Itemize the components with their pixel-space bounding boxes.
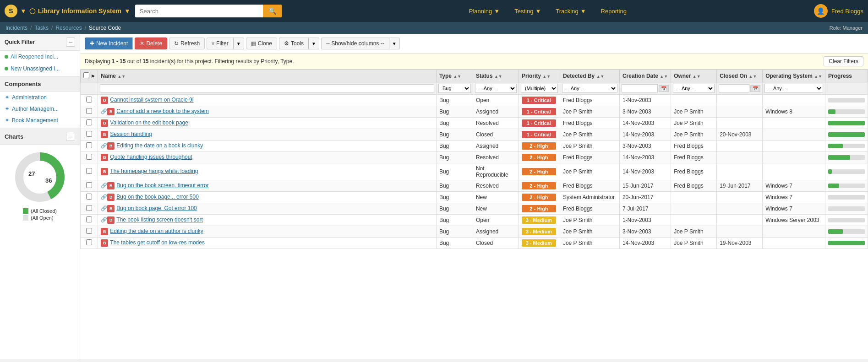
breadcrumb-tasks[interactable]: Tasks [34, 25, 49, 31]
row-checkbox-col[interactable] [81, 180, 98, 192]
sidebar-component-administration[interactable]: ✦ Administration [0, 92, 80, 103]
th-status[interactable]: Status ▲▼ [473, 70, 519, 82]
breadcrumb-resources[interactable]: Resources [55, 25, 82, 31]
status-sort-icon[interactable]: ▲▼ [494, 74, 502, 79]
incident-name-link[interactable]: The homepage hangs whilst loading [110, 168, 198, 174]
filter-type-select[interactable]: Bug -- Any -- [438, 84, 471, 93]
sidebar-component-book[interactable]: ✦ Book Management [0, 114, 80, 126]
row-checkbox-col[interactable] [81, 226, 98, 238]
creation-sort-icon[interactable]: ▲▼ [660, 74, 668, 79]
incident-name-link[interactable]: Editing the date on a book is clunky [116, 142, 203, 149]
show-hide-columns-button[interactable]: -- Show/hide columns -- [321, 38, 389, 49]
row-checkbox-col[interactable] [81, 163, 98, 180]
filter-button[interactable]: ▿ Filter [207, 38, 234, 49]
th-closed[interactable]: Closed On ▲▼ [717, 70, 763, 82]
sidebar-item-reopened[interactable]: All Reopened Inci... [0, 51, 80, 63]
row-checkbox[interactable] [86, 168, 92, 174]
columns-arrow-button[interactable]: ▼ [389, 38, 400, 49]
row-checkbox-col[interactable] [81, 140, 98, 152]
row-checkbox[interactable] [86, 194, 92, 200]
clear-filters-button[interactable]: Clear Filters [824, 56, 863, 66]
row-checkbox[interactable] [86, 228, 92, 234]
incident-name-link[interactable]: Session handling [110, 131, 152, 137]
filter-detected-select[interactable]: -- Any -- [562, 84, 617, 93]
row-checkbox[interactable] [86, 108, 92, 114]
nav-tracking[interactable]: Tracking ▼ [549, 5, 592, 17]
incident-name-link[interactable]: Bug on book page. Got error 100 [116, 205, 197, 211]
filter-name-input[interactable] [100, 84, 434, 92]
incident-name-link[interactable]: The tables get cutoff on low-res modes [110, 239, 205, 246]
row-checkbox[interactable] [86, 239, 92, 245]
nav-testing[interactable]: Testing ▼ [508, 5, 547, 17]
th-os[interactable]: Operating System ▲▼ [763, 70, 825, 82]
row-checkbox-col[interactable] [81, 203, 98, 215]
new-incident-button[interactable]: ✚ New Incident [85, 38, 133, 49]
breadcrumb-incidents[interactable]: Incidents [5, 25, 27, 31]
filter-closed-calendar-button[interactable]: 📅 [750, 85, 760, 92]
incident-name-link[interactable]: Editing the date on an author is clunky [110, 228, 203, 234]
priority-sort-icon[interactable]: ▲▼ [542, 74, 551, 79]
app-title-arrow[interactable]: ▼ [124, 7, 131, 15]
logo-area[interactable]: S ▼ ◯ Library Information System ▼ [5, 5, 131, 17]
select-all-checkbox[interactable] [83, 72, 89, 78]
filter-status-col[interactable]: -- Any -- [473, 82, 519, 95]
incident-name-link[interactable]: Cannot add a new book to the system [116, 108, 208, 114]
th-owner[interactable]: Owner ▲▼ [671, 70, 717, 82]
filter-creation-input[interactable] [622, 84, 658, 92]
th-name[interactable]: Name ▲▼ [98, 70, 437, 82]
search-button[interactable]: 🔍 [263, 5, 282, 17]
row-checkbox[interactable] [86, 216, 92, 222]
row-checkbox[interactable] [86, 131, 92, 137]
type-sort-icon[interactable]: ▲▼ [453, 74, 461, 79]
search-input[interactable] [135, 5, 263, 17]
row-checkbox[interactable] [86, 142, 92, 148]
incident-name-link[interactable]: Cannot install system on Oracle 9i [110, 97, 193, 103]
filter-creation-col[interactable]: 📅 [619, 82, 671, 95]
filter-os-select[interactable]: -- Any -- [764, 84, 823, 93]
incident-name-link[interactable]: Quote handling issues throughout [110, 154, 192, 160]
th-type[interactable]: Type ▲▼ [436, 70, 473, 82]
row-checkbox[interactable] [86, 119, 92, 125]
row-checkbox-col[interactable] [81, 129, 98, 140]
row-checkbox[interactable] [86, 182, 92, 188]
name-sort-icon[interactable]: ▲▼ [117, 74, 126, 79]
closed-sort-icon[interactable]: ▲▼ [748, 74, 757, 79]
filter-type-col[interactable]: Bug -- Any -- [436, 82, 473, 95]
incident-name-link[interactable]: Bug on the book screen, timeout error [116, 182, 208, 189]
th-select-all[interactable]: ⚑ [81, 70, 98, 82]
filter-priority-col[interactable]: (Multiple) -- Any -- [519, 82, 560, 95]
incident-name-link[interactable]: Bug on the book page... error 500 [116, 194, 198, 200]
delete-button[interactable]: ✕ Delete [135, 38, 167, 49]
sidebar-item-unassigned[interactable]: New Unassigned I... [0, 63, 80, 75]
filter-status-select[interactable]: -- Any -- [475, 84, 517, 93]
filter-closed-col[interactable]: 📅 [717, 82, 763, 95]
quick-filter-toggle[interactable]: – [66, 38, 75, 47]
row-checkbox[interactable] [86, 154, 92, 160]
app-logo-arrow[interactable]: ▼ [20, 7, 27, 15]
sidebar-component-author[interactable]: ✦ Author Managem... [0, 103, 80, 114]
filter-arrow-button[interactable]: ▼ [234, 38, 244, 49]
charts-toggle[interactable]: – [66, 132, 75, 141]
row-checkbox[interactable] [86, 205, 92, 211]
incident-name-link[interactable]: Validation on the edit book page [110, 119, 188, 126]
filter-owner-select[interactable]: -- Any -- [673, 84, 715, 93]
refresh-button[interactable]: ↻ Refresh [169, 38, 205, 49]
incident-name-link[interactable]: The book listing screen doesn't sort [116, 216, 202, 223]
owner-sort-icon[interactable]: ▲▼ [693, 74, 701, 79]
row-checkbox-col[interactable] [81, 95, 98, 106]
row-checkbox-col[interactable] [81, 215, 98, 226]
row-checkbox-col[interactable] [81, 118, 98, 129]
os-sort-icon[interactable]: ▲▼ [814, 74, 822, 79]
filter-closed-input[interactable] [719, 84, 749, 92]
filter-owner-col[interactable]: -- Any -- [671, 82, 717, 95]
row-checkbox[interactable] [86, 97, 92, 103]
filter-creation-calendar-button[interactable]: 📅 [659, 85, 669, 92]
tools-arrow-button[interactable]: ▼ [309, 38, 319, 49]
nav-planning[interactable]: Planning ▼ [463, 5, 506, 17]
detected-sort-icon[interactable]: ▲▼ [596, 74, 605, 79]
row-checkbox-col[interactable] [81, 238, 98, 249]
filter-detected-col[interactable]: -- Any -- [560, 82, 619, 95]
row-checkbox-col[interactable] [81, 152, 98, 163]
filter-priority-select[interactable]: (Multiple) -- Any -- [521, 84, 558, 93]
filter-name-col[interactable] [98, 82, 437, 95]
